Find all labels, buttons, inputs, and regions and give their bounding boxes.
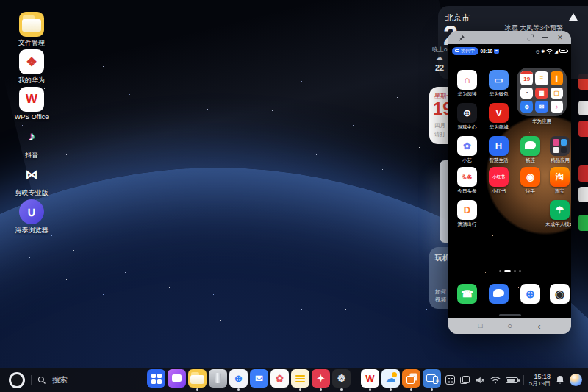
desktop-icon-douyin[interactable]: ♪抖音 (9, 124, 54, 162)
phone-app-game-center[interactable]: ⊕游戏中心 (457, 103, 477, 131)
battery-tray-icon[interactable] (506, 377, 518, 383)
minor-mode-icon: ☂ (550, 200, 570, 220)
kuaishou-icon: ◉ (520, 167, 540, 187)
page-dot-dim (514, 270, 516, 272)
phone-status-icons: ◷ ✱ ◢ (536, 49, 567, 54)
small-folder-mini-0 (553, 139, 559, 146)
desktop-icon-haitai-browser[interactable]: ∪海泰浏览器 (9, 199, 54, 237)
close-button[interactable]: × (555, 32, 565, 43)
desktop-icon-label: WPS Office (15, 113, 49, 121)
big-folder-huawei-apps[interactable]: 19≡∥◔▦▢⊕✉♪ (517, 68, 567, 116)
search-icon[interactable] (37, 376, 46, 385)
taskbar-icon-app-market[interactable] (147, 369, 165, 388)
phone-app-huawei-reader[interactable]: ∩华为阅读 (457, 70, 477, 98)
desktop-icon-label: 剪映专业版 (15, 188, 49, 198)
browser-icon: ⊕ (520, 284, 540, 304)
back-button[interactable]: ‹ (534, 321, 545, 331)
desktop-icon-jianying-pro[interactable]: ⋈剪映专业版 (9, 162, 54, 199)
phone-dock-browser[interactable]: ⊕ (520, 284, 540, 304)
minimize-button[interactable] (540, 32, 551, 43)
phone-app-minor-mode[interactable]: ☂未成年人模式 (550, 200, 570, 228)
assistant-sphere-icon[interactable] (570, 374, 582, 386)
phone-dock-messages[interactable] (489, 284, 509, 304)
phone-app-label: 华为商城 (490, 124, 509, 131)
phone-app-label: 华为钱包 (490, 91, 509, 98)
input-method-icon[interactable] (445, 375, 455, 385)
phone-app-meetime[interactable]: 畅连 (520, 136, 540, 164)
desktop: 文件管理❖我的华为WWPS Office♪抖音⋈剪映专业版∪海泰浏览器 北京市 … (0, 0, 588, 392)
taskbar-icon-wps[interactable]: W (361, 369, 379, 391)
resize-icon[interactable] (526, 32, 536, 43)
running-indicator-dot (340, 388, 343, 391)
phone-app-huawei-store[interactable]: V华为商城 (489, 103, 509, 131)
launcher-button[interactable] (9, 372, 25, 388)
taskbar-icon-settings-compass[interactable]: ☸ (332, 369, 351, 391)
phone-window-titlebar[interactable]: × (448, 31, 571, 44)
phone-app-xiaohongshu[interactable]: 小红书小红书 (489, 167, 509, 195)
phone-nav-bar: □ ○ ‹ (448, 318, 571, 334)
taskbar-icon-member-center[interactable]: ✦ (312, 369, 330, 391)
gallery-icon: ✿ (270, 369, 289, 388)
desktop-icon-list: 文件管理❖我的华为WWPS Office♪抖音⋈剪映专业版∪海泰浏览器 (9, 12, 54, 237)
taskbar-icon-weather-app[interactable]: ☁ (381, 369, 400, 391)
taskbar-icon-multi-window[interactable] (402, 369, 420, 391)
tray-divider (523, 375, 524, 385)
wifi-tray-icon[interactable] (490, 376, 501, 384)
weather-warning-icon (569, 13, 578, 21)
phone-screen[interactable]: 协同中 03:18 ◷ ✱ ◢ ∩华为阅读▭华为钱包⊕游戏中心V华为商城✿小艺H… (448, 44, 571, 318)
phone-app-label: 滴滴出行 (458, 221, 477, 228)
phone-app-celia[interactable]: ✿小艺 (457, 136, 477, 164)
phone-dock-camera[interactable]: ◉ (550, 284, 570, 304)
phone-app-taobao[interactable]: 淘淘宝 (550, 167, 570, 195)
phone-mirror-window[interactable]: × 协同中 03:18 ◷ ✱ ◢ ∩华为阅读▭华为钱包⊕游戏中心V (448, 31, 571, 334)
phone-app-kuaishou[interactable]: ◉快手 (520, 167, 540, 195)
desktop-icon-my-huawei[interactable]: ❖我的华为 (9, 49, 54, 87)
phone-app-label: 游戏中心 (458, 124, 477, 131)
themes-icon (168, 369, 186, 388)
cloud-icon: ☁ (435, 53, 443, 63)
desktop-icon-label: 文件管理 (18, 38, 45, 48)
phone-app-toutiao[interactable]: 头条今日头条 (457, 167, 477, 195)
taskbar-icon-browser[interactable]: ⊕ (229, 369, 248, 391)
alarm-icon: ◷ (536, 49, 539, 54)
tray-expand-icon[interactable]: ∧ (434, 376, 440, 384)
search-label[interactable]: 搜索 (52, 375, 68, 385)
multiscreen-tray-icon[interactable] (460, 376, 470, 384)
notification-bell-icon[interactable] (556, 375, 564, 385)
phone-app-didi[interactable]: D滴滴出行 (457, 200, 477, 228)
weather-app-icon: ☁ (381, 369, 400, 388)
page-dot-dim (499, 270, 501, 272)
system-tray: ∧ 15:18 5月19日 (434, 368, 582, 392)
small-folder-featured-apps[interactable] (550, 136, 570, 156)
taskbar-icon-notes[interactable] (291, 369, 309, 391)
taskbar-icon-recycle-bin[interactable] (209, 369, 227, 388)
taskbar-clock[interactable]: 15:18 5月19日 (529, 373, 551, 388)
desktop-icon-label: 我的华为 (18, 76, 45, 85)
phone-wallpaper-stars (448, 44, 449, 45)
small-folder-mini-1 (561, 139, 567, 146)
taskbar-icon-files[interactable] (188, 369, 207, 391)
taskbar-icon-email[interactable]: ✉ (250, 369, 268, 388)
running-indicator-dot (237, 388, 240, 391)
volume-muted-icon[interactable] (475, 376, 485, 385)
home-indicator[interactable] (499, 314, 521, 316)
phone-dock-dialer[interactable]: ☎ (457, 284, 477, 304)
running-indicator-dot (369, 388, 371, 391)
home-button[interactable]: ○ (505, 322, 515, 330)
weather-low-temp: 22 (435, 63, 444, 72)
recents-button[interactable]: □ (476, 322, 486, 329)
taskbar-icon-gallery[interactable]: ✿ (270, 369, 289, 388)
collaboration-badge[interactable]: 协同中 (452, 47, 478, 55)
folder-mini-notepad: ≡ (535, 71, 548, 85)
desktop-icon-wps-office[interactable]: WWPS Office (9, 87, 54, 124)
phone-app-ai-life[interactable]: H智慧生活 (489, 136, 509, 164)
pin-icon[interactable] (456, 32, 466, 43)
taskbar-icon-themes[interactable] (168, 369, 186, 388)
phone-app-huawei-wallet[interactable]: ▭华为钱包 (489, 70, 509, 98)
calendar-note: 请打 (434, 131, 445, 138)
desktop-icon-file-manager[interactable]: 文件管理 (9, 12, 54, 49)
running-indicator-dot (320, 388, 322, 391)
wifi-icon (546, 49, 553, 54)
xiaohongshu-icon: 小红书 (489, 167, 509, 187)
bluetooth-icon: ✱ (541, 49, 545, 54)
